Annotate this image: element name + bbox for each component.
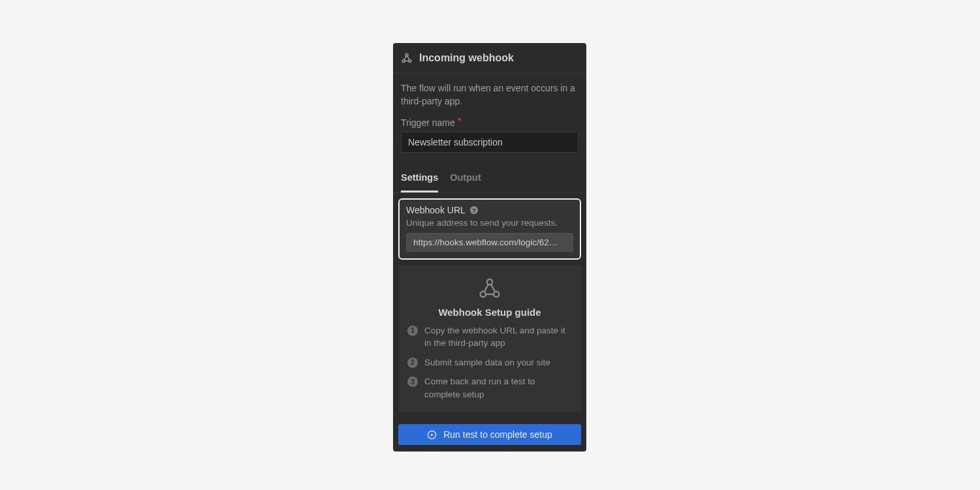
svg-point-1 xyxy=(402,60,405,63)
help-icon[interactable]: ? xyxy=(469,206,479,215)
guide-step-text: Come back and run a test to complete set… xyxy=(424,375,572,401)
tabs: Settings Output xyxy=(393,164,586,193)
setup-guide-card: Webhook Setup guide 1 Copy the webhook U… xyxy=(398,265,581,413)
tab-output[interactable]: Output xyxy=(450,164,481,192)
required-asterisk: * xyxy=(458,116,461,125)
guide-icon-wrap xyxy=(407,277,572,300)
settings-body: Webhook URL ? Unique address to send you… xyxy=(393,193,586,420)
run-test-button[interactable]: Run test to complete setup xyxy=(398,424,581,445)
trigger-name-label: Trigger name xyxy=(401,117,455,128)
svg-point-0 xyxy=(405,54,408,56)
guide-step-text: Submit sample data on your site xyxy=(424,356,550,369)
description-text: The flow will run when an event occurs i… xyxy=(401,82,578,108)
svg-point-7 xyxy=(494,291,499,296)
webhook-url-field[interactable]: https://hooks.webflow.com/logic/62… xyxy=(406,233,573,252)
step-number-icon: 3 xyxy=(407,376,418,387)
webhook-url-label: Webhook URL xyxy=(406,205,466,215)
svg-point-5 xyxy=(487,279,492,284)
webhook-url-card: Webhook URL ? Unique address to send you… xyxy=(398,198,581,260)
guide-step-text: Copy the webhook URL and paste it in the… xyxy=(424,324,572,350)
webhook-large-icon xyxy=(478,277,501,300)
incoming-webhook-panel: Incoming webhook The flow will run when … xyxy=(393,43,586,452)
svg-text:?: ? xyxy=(472,206,476,213)
guide-step: 1 Copy the webhook URL and paste it in t… xyxy=(407,324,572,350)
guide-steps-list: 1 Copy the webhook URL and paste it in t… xyxy=(407,324,572,401)
trigger-name-label-row: Trigger name * xyxy=(401,117,578,128)
svg-point-2 xyxy=(409,60,411,63)
webhook-url-sublabel: Unique address to send your requests. xyxy=(406,218,573,228)
guide-step: 3 Come back and run a test to complete s… xyxy=(407,375,572,401)
trigger-name-input[interactable] xyxy=(401,132,578,153)
step-number-icon: 2 xyxy=(407,358,418,368)
guide-title: Webhook Setup guide xyxy=(407,307,572,318)
panel-title: Incoming webhook xyxy=(419,52,514,64)
svg-point-6 xyxy=(481,291,486,296)
webhook-url-label-row: Webhook URL ? xyxy=(406,205,573,215)
guide-step: 2 Submit sample data on your site xyxy=(407,356,572,369)
webhook-icon xyxy=(401,52,413,64)
play-icon xyxy=(427,430,437,440)
step-number-icon: 1 xyxy=(407,326,418,336)
description-section: The flow will run when an event occurs i… xyxy=(393,74,586,161)
tab-settings[interactable]: Settings xyxy=(401,164,438,192)
run-test-label: Run test to complete setup xyxy=(443,429,552,440)
panel-header: Incoming webhook xyxy=(393,43,586,74)
